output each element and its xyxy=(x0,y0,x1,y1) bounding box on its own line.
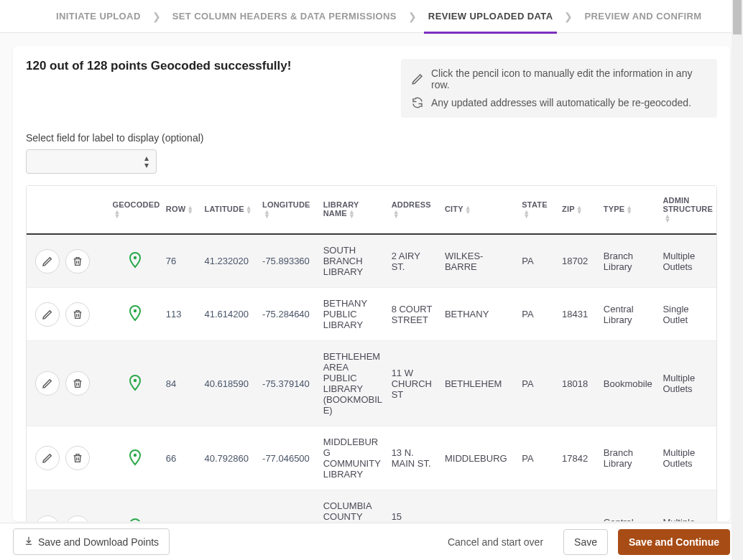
th-address[interactable]: ADDRESS▲▼ xyxy=(387,186,440,234)
library-name-cell: MIDDLEBURG COMMUNITY LIBRARY xyxy=(319,426,387,490)
longitude-cell: -75.284640 xyxy=(258,288,319,341)
geocode-status-heading: 120 out of 128 points Geocoded successfu… xyxy=(26,59,291,73)
th-row[interactable]: ROW▲▼ xyxy=(162,186,200,234)
data-table: GEOCODED▲▼ ROW▲▼ LATITUDE▲▼ LONGITUDE▲▼ … xyxy=(26,185,717,521)
th-state[interactable]: STATE▲▼ xyxy=(517,186,558,234)
delete-row-button[interactable] xyxy=(65,515,90,521)
zip-cell: 18431 xyxy=(558,288,599,341)
table-row: 8440.618590-75.379140BETHLEHEM AREA PUBL… xyxy=(27,341,716,426)
state-cell: PA xyxy=(517,490,558,521)
step-preview-confirm[interactable]: PREVIEW AND CONFIRM xyxy=(581,0,704,33)
page-scrollbar[interactable] xyxy=(732,0,743,560)
edit-row-button[interactable] xyxy=(35,371,60,396)
city-cell: BETHANY xyxy=(440,288,517,341)
library-name-cell: BETHLEHEM AREA PUBLIC LIBRARY (BOOKMOBIL… xyxy=(319,341,387,426)
row-number: 66 xyxy=(162,426,200,490)
state-cell: PA xyxy=(517,288,558,341)
row-number: 113 xyxy=(162,288,200,341)
review-card: 120 out of 128 points Geocoded successfu… xyxy=(13,46,730,521)
zip-cell: 17815 xyxy=(558,490,599,521)
th-city[interactable]: CITY▲▼ xyxy=(440,186,517,234)
type-cell: Central Library xyxy=(599,490,659,521)
city-cell: BLOOMSBURG xyxy=(440,490,517,521)
pencil-icon xyxy=(411,73,424,85)
admin-structure-cell: Multiple Outlets xyxy=(658,341,716,426)
row-number: 84 xyxy=(162,341,200,426)
th-actions xyxy=(27,186,109,234)
geocoded-cell xyxy=(109,288,162,341)
th-zip[interactable]: ZIP▲▼ xyxy=(558,186,599,234)
delete-row-button[interactable] xyxy=(65,249,90,274)
table-row: 7641.232020-75.893360SOUTH BRANCH LIBRAR… xyxy=(27,234,716,288)
th-type[interactable]: TYPE▲▼ xyxy=(599,186,659,234)
wizard-stepper: INITIATE UPLOAD ❯ SET COLUMN HEADERS & D… xyxy=(0,0,743,33)
step-review-uploaded-data[interactable]: REVIEW UPLOADED DATA xyxy=(425,0,556,33)
latitude-cell: 40.995110 xyxy=(200,490,259,521)
address-cell: 2 AIRY ST. xyxy=(387,234,440,288)
admin-structure-cell: Multiple Outlets xyxy=(658,426,716,490)
zip-cell: 17842 xyxy=(558,426,599,490)
edit-row-button[interactable] xyxy=(35,249,60,274)
download-icon xyxy=(24,536,34,548)
save-download-label: Save and Download Points xyxy=(38,536,159,548)
svg-point-1 xyxy=(134,309,137,312)
longitude-cell: -75.379140 xyxy=(258,341,319,426)
type-cell: Bookmobile xyxy=(599,341,659,426)
th-longitude[interactable]: LONGITUDE▲▼ xyxy=(258,186,319,234)
row-number: 76 xyxy=(162,234,200,288)
city-cell: WILKES-BARRE xyxy=(440,234,517,288)
table-row: 6640.792860-77.046500MIDDLEBURG COMMUNIT… xyxy=(27,426,716,490)
table-row: 11341.614200-75.284640BETHANY PUBLIC LIB… xyxy=(27,288,716,341)
map-pin-icon xyxy=(126,457,144,468)
geocoded-cell xyxy=(109,490,162,521)
hint-regeo-text: Any updated addresses will automatically… xyxy=(431,97,691,108)
address-cell: 11 W CHURCH ST xyxy=(387,341,440,426)
footer-bar: Save and Download Points Cancel and star… xyxy=(0,523,743,560)
table-row: 6340.995110-76.477390COLUMBIA COUNTY TRA… xyxy=(27,490,716,521)
longitude-cell: -77.046500 xyxy=(258,426,319,490)
field-select-label: Select field for label to display (optio… xyxy=(13,118,730,149)
save-continue-button[interactable]: Save and Continue xyxy=(618,529,730,555)
edit-row-button[interactable] xyxy=(35,515,60,521)
type-cell: Central Library xyxy=(599,288,659,341)
edit-row-button[interactable] xyxy=(35,302,60,327)
admin-structure-cell: Single Outlet xyxy=(658,288,716,341)
delete-row-button[interactable] xyxy=(65,446,90,470)
zip-cell: 18702 xyxy=(558,234,599,288)
edit-row-button[interactable] xyxy=(35,446,60,470)
map-pin-icon xyxy=(126,383,144,393)
latitude-cell: 40.792860 xyxy=(200,426,259,490)
delete-row-button[interactable] xyxy=(65,371,90,396)
select-caret-icon: ▴▾ xyxy=(144,154,149,169)
geocoded-cell xyxy=(109,426,162,490)
type-cell: Branch Library xyxy=(599,426,659,490)
svg-point-2 xyxy=(134,378,137,381)
th-geocoded[interactable]: GEOCODED▲▼ xyxy=(109,186,162,234)
svg-point-0 xyxy=(134,256,137,259)
delete-row-button[interactable] xyxy=(65,302,90,327)
longitude-cell: -76.477390 xyxy=(258,490,319,521)
chevron-right-icon: ❯ xyxy=(564,11,573,22)
step-initiate-upload[interactable]: INITIATE UPLOAD xyxy=(53,0,144,33)
refresh-icon xyxy=(411,96,424,109)
save-button[interactable]: Save xyxy=(563,529,608,555)
latitude-cell: 41.614200 xyxy=(200,288,259,341)
state-cell: PA xyxy=(517,341,558,426)
library-name-cell: BETHANY PUBLIC LIBRARY xyxy=(319,288,387,341)
city-cell: MIDDLEBURG xyxy=(440,426,517,490)
field-select[interactable]: ▴▾ xyxy=(26,149,157,174)
address-cell: 8 COURT STREET xyxy=(387,288,440,341)
state-cell: PA xyxy=(517,234,558,288)
step-column-headers[interactable]: SET COLUMN HEADERS & DATA PERMISSIONS xyxy=(170,0,400,33)
save-download-button[interactable]: Save and Download Points xyxy=(13,528,170,555)
row-number: 63 xyxy=(162,490,200,521)
cancel-button[interactable]: Cancel and start over xyxy=(438,530,553,554)
th-latitude[interactable]: LATITUDE▲▼ xyxy=(200,186,259,234)
th-admin-structure[interactable]: ADMIN STRUCTURE▲▼ xyxy=(658,186,716,234)
svg-point-3 xyxy=(134,453,137,456)
address-cell: 15 PERRY AVE xyxy=(387,490,440,521)
th-library-name[interactable]: LIBRARY NAME▲▼ xyxy=(319,186,387,234)
chevron-right-icon: ❯ xyxy=(408,11,417,22)
geocoded-cell xyxy=(109,341,162,426)
map-pin-icon xyxy=(126,260,144,271)
